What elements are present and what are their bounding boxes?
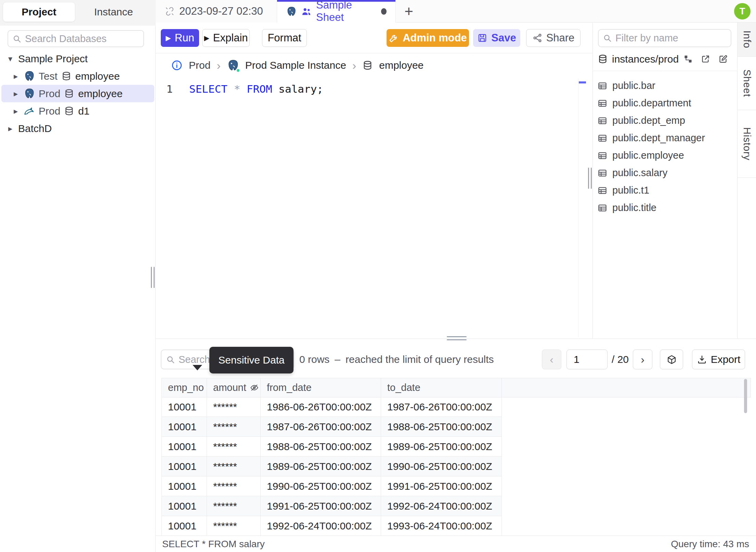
caret-right-icon[interactable]: ▸	[12, 71, 20, 81]
mysql-icon	[24, 105, 35, 117]
postgres-icon	[24, 88, 35, 99]
table-filter-input[interactable]	[615, 32, 715, 44]
sql-keyword: SELECT	[189, 83, 227, 95]
tab-info[interactable]: Info	[738, 23, 756, 57]
table-icon	[597, 116, 608, 126]
schema-table-item[interactable]: public.title	[593, 199, 737, 216]
table-cell: 1989-06-25T00:00:00Z	[381, 437, 502, 457]
schema-table-item[interactable]: public.salary	[593, 164, 737, 182]
tree-item-prod-d1[interactable]: ▸ Prod d1	[1, 102, 154, 120]
page-number-input[interactable]	[566, 350, 608, 369]
tab-history[interactable]: History	[738, 110, 756, 178]
admin-mode-label: Admin mode	[403, 32, 467, 44]
postgres-icon	[24, 70, 35, 82]
search-icon	[603, 34, 612, 43]
run-button[interactable]: ▶ Run	[161, 29, 199, 47]
schema-table-item[interactable]: public.employee	[593, 147, 737, 164]
breadcrumb-environment[interactable]: Prod	[189, 60, 210, 71]
column-header-to_date[interactable]: to_date	[381, 378, 502, 397]
save-button[interactable]: Save	[473, 29, 520, 47]
avatar[interactable]: T	[734, 3, 751, 19]
sql-editor[interactable]: 1 SELECT * FROM salary;	[156, 77, 592, 339]
column-header-emp_no[interactable]: emp_no	[162, 378, 207, 397]
worksheet-tab-active[interactable]: Sample Sheet	[277, 0, 396, 23]
tree-item-sample-project[interactable]: ▾ Sample Project	[1, 50, 154, 67]
worksheet-tab-title: 2023-09-27 02:30	[179, 5, 263, 17]
database-icon	[598, 54, 608, 64]
schema-scope-row: instances/prod	[593, 47, 737, 71]
column-header-amount[interactable]: amount	[207, 378, 261, 397]
table-row[interactable]: 10001******1991-06-25T00:00:00Z1992-06-2…	[162, 496, 502, 516]
format-button[interactable]: Format	[262, 29, 307, 47]
schema-panel-resize-handle[interactable]	[588, 168, 592, 189]
table-row[interactable]: 10001******1989-06-25T00:00:00Z1990-06-2…	[162, 457, 502, 476]
explain-label: Explain	[213, 32, 248, 44]
export-button[interactable]: Export	[692, 350, 745, 369]
table-cell: ******	[207, 516, 261, 536]
new-tab-button[interactable]: +	[400, 3, 417, 20]
table-row[interactable]: 10001******1992-06-24T00:00:00Z1993-06-2…	[162, 516, 502, 536]
table-icon	[597, 168, 608, 178]
caret-right-icon[interactable]: ▸	[12, 89, 20, 98]
tab-instance[interactable]: Instance	[79, 2, 148, 22]
tab-sheet[interactable]: Sheet	[738, 57, 756, 110]
caret-down-icon[interactable]: ▾	[6, 54, 14, 64]
table-cell: 1990-06-25T00:00:00Z	[381, 457, 502, 476]
table-icon	[597, 185, 608, 196]
table-row[interactable]: 10001******1987-06-26T00:00:00Z1988-06-2…	[162, 417, 502, 437]
database-icon	[64, 106, 74, 116]
prev-page-button[interactable]: ‹	[542, 350, 561, 369]
caret-right-icon[interactable]: ▸	[6, 124, 14, 133]
editor-minimap[interactable]	[578, 79, 586, 337]
results-resize-handle[interactable]	[447, 336, 467, 342]
unlink-icon	[165, 6, 175, 16]
edit-icon[interactable]	[718, 54, 728, 64]
table-name: public.title	[612, 202, 656, 213]
schema-scope-actions	[683, 54, 728, 64]
schema-table-item[interactable]: public.bar	[593, 77, 737, 94]
box-icon-button[interactable]	[660, 350, 683, 369]
tree-item-prod-employee[interactable]: ▸ Prod employee	[1, 85, 154, 102]
column-label: amount	[213, 382, 246, 393]
next-page-button[interactable]: ›	[633, 350, 652, 369]
tree-item-test-employee[interactable]: ▸ Test employee	[1, 67, 154, 85]
sidebar-resize-handle[interactable]	[151, 267, 155, 288]
schema-table-item[interactable]: public.department	[593, 94, 737, 112]
external-link-icon[interactable]	[701, 54, 710, 64]
tree-item-batchd[interactable]: ▸ BatchD	[1, 120, 154, 137]
share-button[interactable]: Share	[526, 29, 581, 47]
table-cell: 10001	[162, 496, 207, 516]
table-cell: 10001	[162, 397, 207, 417]
results-body: 10001******1986-06-26T00:00:00Z1987-06-2…	[161, 397, 502, 536]
worksheet-tab-unsaved[interactable]: 2023-09-27 02:30	[156, 0, 277, 23]
table-row[interactable]: 10001******1986-06-26T00:00:00Z1987-06-2…	[162, 397, 502, 417]
table-cell: 1991-06-25T00:00:00Z	[261, 496, 381, 516]
table-icon	[597, 150, 608, 161]
breadcrumb-instance[interactable]: Prod Sample Instance	[245, 60, 346, 71]
table-cell: 1987-06-26T00:00:00Z	[381, 397, 502, 417]
schema-diagram-icon[interactable]	[683, 54, 693, 64]
results-scrollbar[interactable]	[744, 379, 747, 413]
column-header-from_date[interactable]: from_date	[261, 378, 381, 397]
table-row[interactable]: 10001******1988-06-25T00:00:00Z1989-06-2…	[162, 437, 502, 457]
schema-table-item[interactable]: public.dept_emp	[593, 112, 737, 129]
caret-right-icon[interactable]: ▸	[12, 106, 20, 116]
database-search-input[interactable]	[25, 33, 128, 44]
table-icon	[597, 98, 608, 108]
breadcrumb-database[interactable]: employee	[379, 60, 423, 71]
unsaved-dot	[381, 8, 387, 15]
sql-text: SELECT * FROM salary;	[173, 83, 323, 95]
admin-mode-button[interactable]: Admin mode	[387, 29, 469, 47]
table-cell: 10001	[162, 417, 207, 437]
table-cell: 1991-06-25T00:00:00Z	[381, 476, 502, 496]
tab-project[interactable]: Project	[3, 2, 75, 22]
table-row[interactable]: 10001******1990-06-25T00:00:00Z1991-06-2…	[162, 476, 502, 496]
schema-table-item[interactable]: public.dept_manager	[593, 129, 737, 147]
schema-table-item[interactable]: public.t1	[593, 182, 737, 199]
info-icon[interactable]	[171, 60, 183, 71]
table-cell: ******	[207, 397, 261, 417]
side-tab-strip: Info Sheet History	[737, 23, 756, 339]
explain-button[interactable]: ▶ Explain	[202, 29, 250, 47]
executed-query-text: SELECT * FROM salary	[162, 539, 265, 550]
play-icon: ▶	[204, 34, 209, 42]
